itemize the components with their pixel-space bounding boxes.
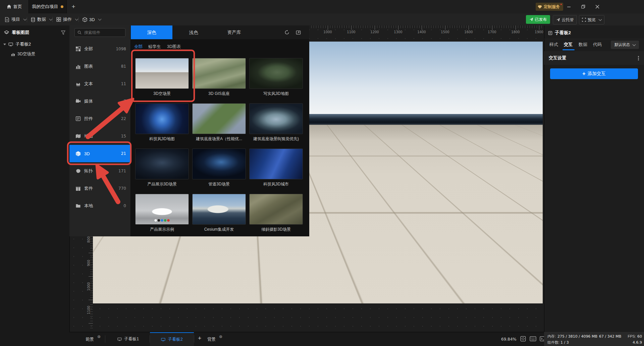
ruler-tick-label: 1900 [532,30,546,34]
component-label: 倾斜摄影3D场景 [249,227,303,232]
gpu-memory-value: 67 / 342 MB [599,334,621,339]
gallery-item[interactable]: 管道3D场景 [192,149,246,187]
refresh-button[interactable] [284,30,289,35]
gallery-item[interactable]: 建筑底座场景B(视觉优先) [249,103,303,142]
component-label: 产品展示示例 [135,227,189,232]
gallery-item[interactable]: 科技风3D地图 [135,103,189,142]
component-thumbnail[interactable] [249,58,303,89]
open-external-icon [296,30,301,35]
gallery-item[interactable]: 建筑底座场景A（性能优... [192,103,246,142]
menu-actions[interactable]: 操作 [56,13,78,25]
kebab-menu-icon[interactable] [638,55,639,61]
fit-to-screen-button[interactable] [520,336,526,342]
add-interaction-button[interactable]: + 添加交互 [550,68,638,79]
component-thumbnail[interactable] [135,194,189,225]
gallery-item[interactable]: 产品展示示例 [135,194,189,232]
component-thumbnail[interactable] [249,103,303,134]
category-widgets[interactable]: 控件 22 [69,110,131,127]
component-thumbnail[interactable] [249,194,303,225]
expand-caret-icon[interactable] [3,44,6,45]
tab-code[interactable]: 代码 [593,42,602,48]
gallery-item[interactable]: 写实风3D地图 [249,58,303,97]
publish-button[interactable]: 已发布 [526,15,550,24]
shortcut-keys-button[interactable] [530,336,536,341]
tab-asset-library[interactable]: 资产库 [215,25,254,39]
zoom-level[interactable]: 69.84% [501,337,517,342]
background-label[interactable]: 背景 [207,337,216,342]
state-selector-dropdown[interactable]: 默认状态 [611,41,639,49]
search-input[interactable] [84,30,122,35]
component-thumbnail[interactable] [192,58,246,89]
open-in-window-button[interactable] [296,30,301,35]
tab-style[interactable]: 样式 [549,42,558,48]
category-maps[interactable]: 地图 15 [69,127,131,145]
filter-icon[interactable] [61,31,65,35]
layer-node-3d-scene[interactable]: 3D空场景 [0,50,69,58]
gallery-item[interactable]: 倾斜摄影3D场景 [249,194,303,232]
add-background-icon[interactable]: ⊕ [219,334,222,339]
new-tab-button[interactable]: + [69,2,78,11]
category-media[interactable]: 媒体 7 [69,93,131,110]
refresh-icon [284,30,289,35]
component-label: 建筑底座场景A（性能优... [192,136,246,142]
cloud-hosting-button[interactable]: 云托管 [553,15,577,24]
component-thumbnail[interactable] [135,58,189,89]
preview-button[interactable]: 预览 [579,15,604,24]
3d-cube-icon [75,151,81,157]
filter-all[interactable]: 全部 [134,44,143,50]
layers-panel-header: 看板图层 [0,28,69,37]
tab-home[interactable]: 首页 [0,0,29,13]
gallery-item[interactable]: 3D空场景 [135,58,189,97]
category-kits[interactable]: 套件 770 [69,180,131,197]
gallery-item[interactable]: 科技风3D城市 [249,149,303,187]
ruler-tick-label: 1100 [344,30,358,34]
category-local[interactable]: 本地 0 [69,197,131,215]
tab-interaction[interactable]: 交互 [564,42,573,48]
divider [544,39,644,39]
tab-project[interactable]: 我的空白项目 [29,0,67,13]
component-thumbnail[interactable] [192,194,246,225]
category-charts[interactable]: 图表 81 [69,58,131,75]
custom-service-badge[interactable]: 定制服务 [536,3,563,11]
gallery-item[interactable]: Cesium集成开发 [192,194,246,232]
tab-dark-theme[interactable]: 深色 [131,25,172,39]
window-minimize-button[interactable] [566,3,572,10]
tab-light-theme[interactable]: 浅色 [172,25,215,39]
layers-panel [0,25,70,346]
category-3d[interactable]: 3D 21 [69,145,131,162]
component-thumbnail[interactable] [192,149,246,179]
board-tab-1[interactable]: 子看板1 [107,332,150,346]
tab-data[interactable]: 数据 [579,42,587,48]
add-foreground-icon[interactable]: ⊕ [97,334,101,339]
menu-3d-label: 3D [89,17,95,22]
category-topology[interactable]: 拓扑 171 [69,162,131,180]
menubar-divider [27,17,27,22]
board-tab-2-active[interactable]: 子看板2 [150,332,194,346]
filter-3d-charts[interactable]: 3D图表 [167,44,181,50]
menu-3d[interactable]: 3D [83,13,101,25]
category-all[interactable]: 全部 1098 [69,40,131,58]
menu-project-label: 项目 [11,16,20,22]
component-thumbnail[interactable] [135,103,189,134]
foreground-label[interactable]: 前景 [86,337,94,342]
category-text[interactable]: 文本 11 [69,75,131,93]
component-label: 科技风3D地图 [135,136,189,142]
component-thumbnail[interactable] [192,103,246,134]
widget-list-icon [75,116,81,121]
layer-node-board[interactable]: 子看板2 [0,40,69,49]
restore-icon [581,5,585,9]
component-thumbnail[interactable] [249,149,303,179]
menu-project[interactable]: 项目 [5,13,26,25]
add-board-button[interactable]: + [198,335,202,342]
filter-digital-twin[interactable]: 鲸孪生 [148,44,161,50]
component-count-label: 组件数: [547,340,559,345]
window-restore-button[interactable] [580,3,587,10]
gallery-item[interactable]: 产品展示3D场景 [135,149,189,187]
window-close-button[interactable] [594,3,601,10]
gallery-item[interactable]: 3D GIS底座 [192,58,246,97]
component-thumbnail[interactable] [135,149,189,179]
component-search[interactable] [74,28,125,37]
board-icon [161,338,165,342]
publish-label: 已发布 [535,17,547,22]
menu-data[interactable]: 数据 [31,13,52,25]
